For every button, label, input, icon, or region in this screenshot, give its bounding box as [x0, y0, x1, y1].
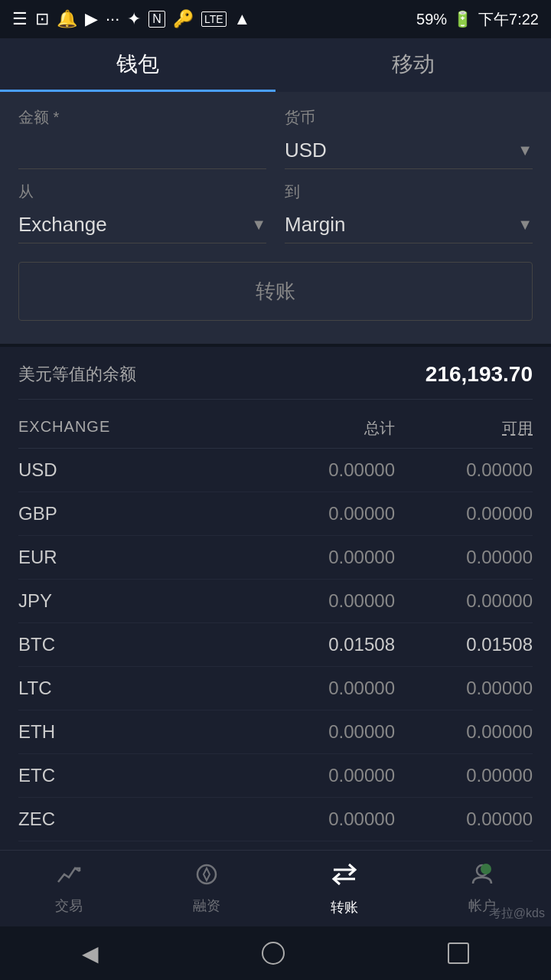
table-row: BTC 0.01508 0.01508: [18, 623, 533, 667]
to-group: 到 Margin ▼: [285, 181, 533, 243]
recents-button[interactable]: [448, 942, 469, 964]
from-chevron-icon: ▼: [251, 216, 266, 234]
tab-wallet[interactable]: 钱包: [0, 38, 276, 92]
total-cell: 0.00000: [257, 547, 395, 568]
available-cell: 0.00000: [395, 547, 533, 568]
currency-cell: EUR: [18, 547, 257, 568]
more-icon: ···: [106, 9, 119, 29]
fund-icon: [194, 862, 219, 892]
to-chevron-icon: ▼: [517, 216, 533, 234]
transfer-button[interactable]: 转账: [19, 263, 532, 320]
from-to-row: 从 Exchange ▼ 到 Margin ▼: [18, 181, 533, 243]
th-available: 可用: [395, 418, 533, 439]
table-header: EXCHANGE 总计 可用: [18, 412, 533, 449]
from-group: 从 Exchange ▼: [18, 181, 266, 243]
currency-cell: ETC: [18, 765, 257, 786]
table-row: JPY 0.00000 0.00000: [18, 580, 533, 623]
status-right: 59% 🔋 下午7:22: [416, 9, 539, 30]
available-cell: 0.00000: [395, 765, 533, 786]
table-row: USD 0.00000 0.00000: [18, 449, 533, 492]
available-cell: 0.00000: [395, 503, 533, 524]
bluetooth-icon: ✦: [127, 9, 141, 29]
total-cell: 0.00000: [257, 808, 395, 830]
transfer-form: 金额 * 货币 USD ▼ 从 Exchange ▼ 到 Margin ▼: [0, 92, 551, 344]
signal-lte: LTE: [201, 11, 227, 27]
available-cell: 0.00000: [395, 459, 533, 481]
nav-fund-label: 融资: [193, 897, 220, 915]
table-row: GBP 0.00000 0.00000: [18, 492, 533, 536]
key-icon: 🔑: [173, 9, 194, 29]
balance-section: 美元等值的余额 216,193.70: [0, 344, 551, 400]
nav-transfer[interactable]: 转账: [331, 861, 358, 916]
amount-label: 金额 *: [18, 107, 266, 128]
watermark: 考拉@kds: [489, 906, 545, 922]
currency-cell: ZEC: [18, 808, 257, 830]
transfer-icon: [331, 861, 358, 893]
table-row: EUR 0.00000 0.00000: [18, 536, 533, 580]
amount-group: 金额 *: [18, 107, 266, 169]
available-cell: 0.00000: [395, 808, 533, 830]
available-cell: 0.00000: [395, 678, 533, 699]
currency-chevron-icon: ▼: [517, 142, 533, 159]
from-label: 从: [18, 181, 266, 202]
balance-label: 美元等值的余额: [18, 363, 136, 386]
status-bar: ☰ ⊡ 🔔 ▶ ··· ✦ N 🔑 LTE ▲ 59% 🔋 下午7:22: [0, 0, 551, 38]
online-dot: [481, 864, 491, 874]
nav-trade[interactable]: 交易: [55, 862, 83, 915]
from-value: Exchange: [18, 213, 107, 237]
amount-input[interactable]: [18, 132, 266, 169]
to-select[interactable]: Margin ▼: [285, 207, 533, 243]
to-value: Margin: [285, 213, 345, 237]
back-button[interactable]: ◀: [82, 941, 99, 966]
total-cell: 0.00000: [257, 678, 395, 699]
currency-label: 货币: [285, 107, 533, 128]
currency-cell: USD: [18, 459, 257, 481]
play-icon: ▶: [85, 9, 98, 29]
currency-select[interactable]: USD ▼: [285, 132, 533, 169]
system-nav-bar: ◀: [0, 926, 551, 980]
total-cell: 0.00000: [257, 765, 395, 786]
total-cell: 0.00000: [257, 721, 395, 743]
signal-bars: ▲: [234, 9, 251, 29]
currency-cell: GBP: [18, 503, 257, 524]
transfer-button-wrapper: 转账: [18, 262, 533, 321]
tab-move[interactable]: 移动: [276, 38, 551, 92]
nav-fund[interactable]: 融资: [193, 862, 220, 915]
main-tabs: 钱包 移动: [0, 38, 551, 92]
th-total: 总计: [257, 418, 395, 439]
app-icon: ⊡: [35, 9, 49, 29]
table-row: ZEC 0.00000 0.00000: [18, 798, 533, 841]
status-left-icons: ☰ ⊡ 🔔 ▶ ··· ✦ N 🔑 LTE ▲: [12, 9, 250, 29]
balance-row: 美元等值的余额 216,193.70: [18, 362, 533, 400]
table-row: ETC 0.00000 0.00000: [18, 754, 533, 798]
home-button[interactable]: [262, 942, 285, 965]
currency-cell: BTC: [18, 634, 257, 655]
available-cell: 0.00000: [395, 590, 533, 612]
balance-value: 216,193.70: [425, 362, 533, 387]
total-cell: 0.00000: [257, 503, 395, 524]
currency-group: 货币 USD ▼: [285, 107, 533, 169]
table-row: LTC 0.00000 0.00000: [18, 667, 533, 710]
nfc-icon: N: [148, 11, 165, 28]
nav-transfer-label: 转账: [331, 898, 358, 916]
total-cell: 0.00000: [257, 459, 395, 481]
th-exchange: EXCHANGE: [18, 418, 257, 439]
trade-icon: [57, 862, 81, 892]
to-label: 到: [285, 181, 533, 202]
battery-icon: 🔋: [453, 10, 472, 28]
notification-icon: 🔔: [57, 9, 77, 29]
from-select[interactable]: Exchange ▼: [18, 207, 266, 243]
currency-cell: ETH: [18, 721, 257, 743]
tab-wallet-label: 钱包: [116, 50, 159, 79]
available-cell: 0.00000: [395, 721, 533, 743]
menu-icon: ☰: [12, 9, 28, 29]
available-cell: 0.01508: [395, 634, 533, 655]
currency-value: USD: [285, 139, 327, 162]
time: 下午7:22: [478, 9, 539, 30]
currency-cell: JPY: [18, 590, 257, 612]
nav-trade-label: 交易: [55, 897, 83, 915]
tab-move-label: 移动: [392, 50, 435, 79]
battery-percentage: 59%: [416, 11, 447, 28]
currency-cell: LTC: [18, 678, 257, 699]
total-cell: 0.01508: [257, 634, 395, 655]
